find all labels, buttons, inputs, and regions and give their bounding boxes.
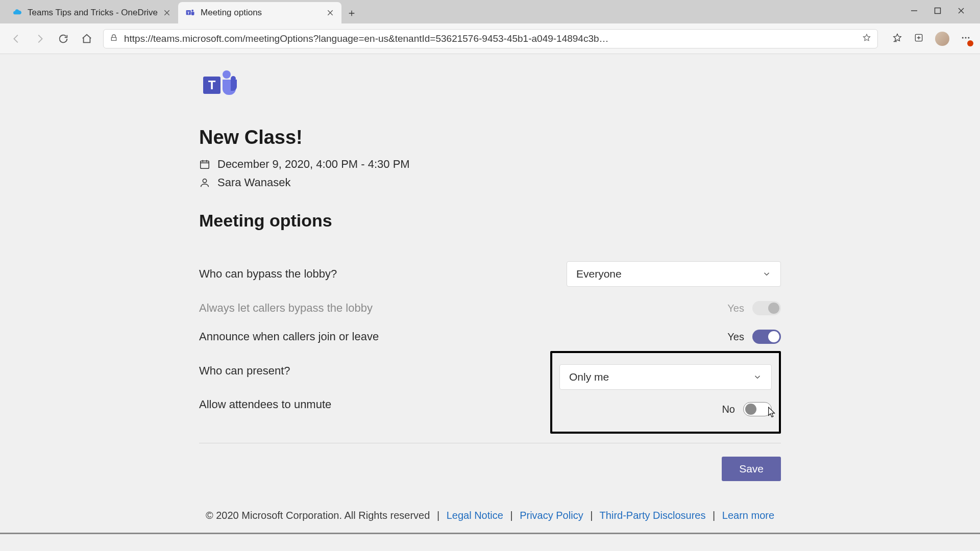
meeting-datetime-row: December 9, 2020, 4:00 PM - 4:30 PM xyxy=(199,158,781,171)
back-button[interactable] xyxy=(9,32,23,46)
svg-text:T: T xyxy=(208,78,216,92)
learn-more-link[interactable]: Learn more xyxy=(722,510,774,521)
collections-button[interactable] xyxy=(914,33,924,45)
browser-chrome: Teams Tips and Tricks - OneDrive T Meeti… xyxy=(0,0,980,54)
tab-onedrive[interactable]: Teams Tips and Tricks - OneDrive xyxy=(5,2,178,23)
close-icon[interactable] xyxy=(326,9,334,17)
present-select[interactable]: Only me xyxy=(559,364,772,390)
footer: © 2020 Microsoft Corporation. All Rights… xyxy=(199,510,781,525)
teams-logo-icon: T xyxy=(201,68,238,102)
option-bypass-lobby: Who can bypass the lobby? Everyone xyxy=(199,254,781,294)
more-button[interactable] xyxy=(961,33,971,45)
home-button[interactable] xyxy=(80,32,94,46)
svg-point-7 xyxy=(968,37,969,38)
close-icon[interactable] xyxy=(163,9,171,17)
person-icon xyxy=(199,177,210,188)
highlight-box: Only me No xyxy=(550,351,781,434)
option-callers-bypass: Always let callers bypass the lobby Yes xyxy=(199,294,781,322)
third-party-link[interactable]: Third-Party Disclosures xyxy=(600,510,706,521)
profile-avatar[interactable] xyxy=(935,32,949,46)
svg-text:T: T xyxy=(187,11,190,15)
svg-point-2 xyxy=(191,10,193,12)
callers-bypass-toggle xyxy=(752,301,781,315)
option-unmute: Allow attendees to unmute xyxy=(199,385,550,418)
calendar-icon xyxy=(199,159,210,170)
chevron-down-icon xyxy=(753,372,762,382)
toggle-value-label: No xyxy=(722,404,735,415)
url-text: https://teams.microsoft.com/meetingOptio… xyxy=(124,33,856,44)
page: T New Class! December 9, 2020, 4:00 PM -… xyxy=(0,54,980,551)
minimize-button[interactable] xyxy=(911,7,918,16)
chevron-down-icon xyxy=(762,269,771,279)
tab-title: Meeting options xyxy=(201,8,321,18)
svg-point-5 xyxy=(962,37,964,38)
meeting-organizer-row: Sara Wanasek xyxy=(199,176,781,189)
window-controls xyxy=(911,0,975,23)
option-label: Who can present? xyxy=(199,364,290,378)
option-announce: Announce when callers join or leave Yes xyxy=(199,322,781,351)
forward-button[interactable] xyxy=(33,32,47,46)
browser-toolbar: https://teams.microsoft.com/meetingOptio… xyxy=(0,23,980,54)
svg-point-13 xyxy=(203,179,206,183)
option-label: Announce when callers join or leave xyxy=(199,330,379,343)
refresh-button[interactable] xyxy=(56,32,70,46)
svg-point-6 xyxy=(965,37,967,38)
divider xyxy=(199,443,781,443)
tab-title: Teams Tips and Tricks - OneDrive xyxy=(28,8,158,18)
new-tab-button[interactable] xyxy=(341,3,362,23)
content: T New Class! December 9, 2020, 4:00 PM -… xyxy=(199,54,781,525)
option-label: Allow attendees to unmute xyxy=(199,398,331,411)
svg-rect-12 xyxy=(201,161,209,169)
copyright: © 2020 Microsoft Corporation. All Rights… xyxy=(206,510,430,521)
lock-icon xyxy=(110,34,118,44)
legal-link[interactable]: Legal Notice xyxy=(447,510,503,521)
toggle-value-label: Yes xyxy=(727,331,744,343)
toolbar-right xyxy=(892,32,971,46)
tab-meeting-options[interactable]: T Meeting options xyxy=(178,2,341,23)
meeting-title: New Class! xyxy=(199,127,781,148)
option-label: Always let callers bypass the lobby xyxy=(199,302,373,315)
save-button[interactable]: Save xyxy=(722,457,781,481)
bottom-border xyxy=(0,533,980,534)
onedrive-icon xyxy=(12,8,22,18)
favorite-button[interactable] xyxy=(862,33,871,44)
privacy-link[interactable]: Privacy Policy xyxy=(520,510,583,521)
select-value: Only me xyxy=(569,371,609,383)
select-value: Everyone xyxy=(576,268,622,280)
svg-point-8 xyxy=(223,70,231,79)
option-label: Who can bypass the lobby? xyxy=(199,267,337,281)
teams-icon: T xyxy=(185,8,195,18)
maximize-button[interactable] xyxy=(934,7,941,16)
notification-badge-icon xyxy=(967,40,973,46)
meeting-datetime: December 9, 2020, 4:00 PM - 4:30 PM xyxy=(217,158,410,171)
close-window-button[interactable] xyxy=(958,7,965,16)
address-bar[interactable]: https://teams.microsoft.com/meetingOptio… xyxy=(103,29,878,48)
favorites-list-button[interactable] xyxy=(892,33,902,45)
toggle-value-label: Yes xyxy=(727,303,744,314)
announce-toggle[interactable] xyxy=(752,330,781,344)
unmute-toggle[interactable] xyxy=(743,402,772,416)
tab-strip: Teams Tips and Tricks - OneDrive T Meeti… xyxy=(0,0,980,23)
section-title: Meeting options xyxy=(199,211,781,231)
meeting-organizer: Sara Wanasek xyxy=(217,176,290,189)
bypass-lobby-select[interactable]: Everyone xyxy=(567,261,781,287)
option-present: Who can present? xyxy=(199,351,550,385)
svg-rect-3 xyxy=(935,8,941,14)
